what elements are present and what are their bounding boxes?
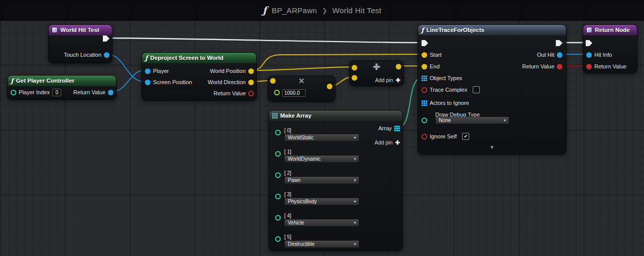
add-pin-row[interactable]: Add pin ✚ bbox=[375, 76, 400, 84]
trace-complex-label: Trace Complex bbox=[430, 87, 467, 93]
draw-debug-type-pin[interactable] bbox=[422, 118, 427, 123]
dropdown-value: WorldStatic bbox=[288, 135, 314, 140]
breadcrumb-current[interactable]: World Hit Test bbox=[332, 6, 382, 15]
start-label: Start bbox=[430, 52, 441, 58]
node-title: LineTraceForObjects bbox=[427, 27, 484, 33]
add-in-b-pin[interactable] bbox=[352, 75, 357, 81]
array-element-pin[interactable] bbox=[275, 151, 281, 157]
node-world-hit-test[interactable]: World Hit Test Touch Location bbox=[48, 24, 112, 63]
object-type-dropdown[interactable]: WorldStatic ▼ bbox=[284, 134, 359, 141]
node-title: Get Player Controller bbox=[16, 78, 74, 84]
node-title: Return Node bbox=[595, 27, 630, 33]
dropdown-value: PhysicsBody bbox=[288, 199, 317, 204]
breadcrumb-separator-icon: ❯ bbox=[322, 7, 327, 14]
return-value-pin[interactable] bbox=[557, 64, 562, 69]
multiply-float-in-pin[interactable] bbox=[274, 90, 280, 95]
ignore-self-checkbox[interactable]: ✔ bbox=[462, 133, 469, 140]
pin-row-object-types: Object Types bbox=[422, 74, 462, 82]
exec-in-pin[interactable] bbox=[586, 40, 592, 46]
array-element-row: [ 3] PhysicsBody ▼ bbox=[275, 191, 359, 205]
blueprint-graph-canvas[interactable]: World Hit Test Touch Location ƒ Get Play… bbox=[0, 0, 644, 256]
node-header-deproject[interactable]: ƒ Deproject Screen to World bbox=[142, 53, 256, 63]
exec-out-pin[interactable] bbox=[103, 35, 109, 42]
world-direction-pin[interactable] bbox=[248, 80, 254, 85]
return-value-pin[interactable] bbox=[586, 64, 592, 69]
array-element-pin[interactable] bbox=[275, 194, 281, 199]
collapse-node-arrow[interactable]: ▼ bbox=[418, 144, 566, 150]
exec-out-pin[interactable] bbox=[556, 40, 562, 46]
array-index-label: [ 2] bbox=[284, 170, 359, 176]
function-result-icon bbox=[586, 27, 592, 33]
array-element-pin[interactable] bbox=[275, 172, 281, 178]
draw-debug-type-dropdown[interactable]: None ▼ bbox=[435, 117, 509, 124]
array-output-pin[interactable] bbox=[394, 126, 400, 131]
object-types-pin[interactable] bbox=[422, 76, 427, 81]
breadcrumb-root[interactable]: BP_ARPawn bbox=[272, 6, 317, 15]
array-output-label: Array bbox=[378, 125, 392, 131]
node-return[interactable]: Return Node Hit Info Return Value bbox=[583, 24, 637, 74]
node-add[interactable]: ✚ Add pin ✚ bbox=[349, 60, 404, 86]
out-hit-pin[interactable] bbox=[557, 52, 562, 58]
return-value-label: Return Value bbox=[214, 90, 246, 96]
world-direction-label: World Direction bbox=[208, 79, 246, 85]
world-position-pin[interactable] bbox=[248, 68, 254, 74]
actors-to-ignore-pin[interactable] bbox=[422, 100, 427, 106]
screen-position-label: Screen Position bbox=[153, 79, 192, 85]
wire-worldposition-to-add[interactable] bbox=[251, 67, 352, 70]
return-value-pin[interactable] bbox=[248, 91, 254, 96]
node-header-make-array[interactable]: Make Array bbox=[269, 111, 402, 121]
node-header-return[interactable]: Return Node bbox=[583, 25, 637, 35]
trace-complex-checkbox[interactable] bbox=[473, 86, 480, 93]
player-index-pin[interactable] bbox=[11, 90, 16, 95]
add-pin-row[interactable]: Add pin ✚ bbox=[374, 138, 400, 147]
function-icon: ƒ bbox=[11, 78, 14, 84]
return-value-pin[interactable] bbox=[108, 90, 113, 95]
node-line-trace-for-objects[interactable]: ƒ LineTraceForObjects Start End Object T… bbox=[418, 24, 566, 155]
pin-row-start: Start bbox=[422, 51, 441, 59]
trace-complex-pin[interactable] bbox=[422, 87, 427, 93]
screen-position-pin[interactable] bbox=[145, 80, 150, 85]
object-type-dropdown[interactable]: WorldDynamic ▼ bbox=[284, 155, 359, 163]
node-make-array[interactable]: Make Array Array Add pin ✚ [ 0] WorldSta… bbox=[269, 110, 403, 251]
node-multiply[interactable]: ✕ bbox=[268, 76, 335, 102]
pin-row: Return Value bbox=[214, 89, 254, 97]
node-get-player-controller[interactable]: ƒ Get Player Controller Player Index Ret… bbox=[7, 75, 117, 100]
array-element-row: [ 4] Vehicle ▼ bbox=[275, 212, 359, 227]
end-pin[interactable] bbox=[422, 64, 427, 69]
multiply-vector-in-pin[interactable] bbox=[270, 78, 276, 84]
array-element-pin[interactable] bbox=[275, 236, 281, 242]
object-type-dropdown[interactable]: Pawn ▼ bbox=[284, 176, 359, 184]
hit-info-pin[interactable] bbox=[586, 52, 592, 58]
array-element-pin[interactable] bbox=[275, 130, 281, 135]
add-in-a-pin[interactable] bbox=[352, 65, 357, 70]
dropdown-value: Pawn bbox=[288, 177, 300, 183]
player-pin[interactable] bbox=[145, 68, 150, 74]
touch-location-label: Touch Location bbox=[64, 52, 101, 58]
pin-row-end: End bbox=[422, 62, 440, 70]
multiply-value-input[interactable] bbox=[282, 89, 306, 97]
node-header-world-hit-test[interactable]: World Hit Test bbox=[49, 25, 112, 35]
multiply-icon: ✕ bbox=[268, 77, 335, 86]
pin-row-return-value: Return Value bbox=[586, 62, 626, 70]
ignore-self-pin[interactable] bbox=[422, 134, 427, 139]
wire-exec-entry-to-linetrace[interactable] bbox=[108, 38, 422, 43]
node-header-line-trace[interactable]: ƒ LineTraceForObjects bbox=[418, 25, 566, 35]
node-deproject-screen-to-world[interactable]: ƒ Deproject Screen to World Player World… bbox=[141, 52, 257, 101]
hit-info-label: Hit Info bbox=[594, 52, 612, 58]
array-element-pin[interactable] bbox=[275, 215, 281, 221]
multiply-out-pin[interactable] bbox=[327, 84, 332, 89]
pin-row: Player Index Return Value bbox=[11, 88, 113, 96]
dropdown-value: WorldDynamic bbox=[288, 156, 321, 162]
object-type-dropdown[interactable]: Vehicle ▼ bbox=[284, 219, 359, 227]
player-index-input[interactable] bbox=[52, 89, 61, 96]
array-index-label: [ 4] bbox=[284, 212, 359, 219]
node-header-get-player-controller[interactable]: ƒ Get Player Controller bbox=[8, 76, 116, 86]
add-out-pin[interactable] bbox=[396, 64, 401, 69]
start-pin[interactable] bbox=[422, 52, 427, 58]
touch-location-pin[interactable] bbox=[104, 52, 109, 58]
exec-in-pin[interactable] bbox=[422, 40, 428, 46]
pin-row-ignore-self: Ignore Self ✔ bbox=[422, 132, 469, 140]
object-type-dropdown[interactable]: Destructible ▼ bbox=[284, 240, 359, 248]
object-type-dropdown[interactable]: PhysicsBody ▼ bbox=[284, 198, 359, 205]
function-icon: ƒ bbox=[262, 5, 267, 16]
